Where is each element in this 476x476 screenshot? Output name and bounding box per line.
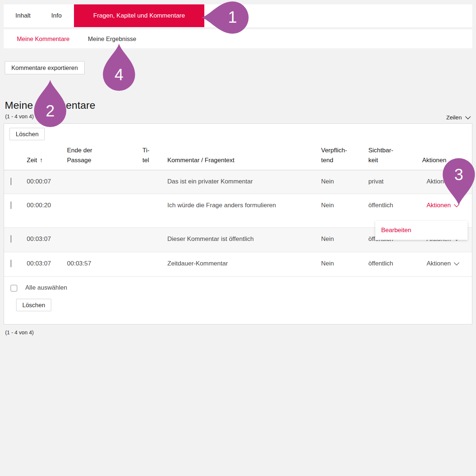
select-all-label: Alle auswählen xyxy=(25,284,67,291)
cell-visibility: öffentlich xyxy=(368,259,422,268)
menu-item-bearbeiten[interactable]: Bearbeiten xyxy=(381,227,411,234)
select-all-checkbox[interactable] xyxy=(11,285,17,291)
row-checkbox[interactable] xyxy=(11,201,11,209)
column-header-verpflichtend[interactable]: Verpflich- tend xyxy=(321,145,368,165)
rows-dropdown[interactable]: Zeilen xyxy=(446,113,471,122)
cell-time: 00:00:20 xyxy=(27,201,67,210)
cell-visibility: privat xyxy=(368,177,422,186)
marker-number-2: 2 xyxy=(46,103,55,119)
marker-number-3: 3 xyxy=(454,167,463,183)
table-header-row: Zeit↑ Ende der Passage Ti- tel Kommentar… xyxy=(4,140,472,170)
cell-time: 00:03:07 xyxy=(27,259,67,268)
cell-comment: Ich würde die Frage anders formulieren xyxy=(167,201,276,210)
column-header-zeit[interactable]: Zeit↑ xyxy=(27,155,67,165)
cell-mandatory: Nein xyxy=(321,259,368,268)
table-footer: Alle auswählen Löschen xyxy=(4,276,472,311)
column-header-titel[interactable]: Ti- tel xyxy=(142,145,167,165)
cell-time: 00:00:07 xyxy=(27,177,67,186)
annotation-marker-1 xyxy=(199,0,250,36)
subtab-meine-kommentare[interactable]: Meine Kommentare xyxy=(17,29,70,48)
actions-menu-panel: Bearbeiten xyxy=(375,221,468,240)
row-checkbox[interactable] xyxy=(11,235,11,243)
row-checkbox[interactable] xyxy=(11,260,11,267)
cell-comment: Dieser Kommentar ist öffentlich xyxy=(167,235,254,244)
cell-mandatory: Nein xyxy=(321,201,368,210)
cell-comment: Zeitdauer-Kommentar xyxy=(167,259,228,268)
actions-dropdown[interactable]: Aktionen xyxy=(422,259,465,268)
column-header-kommentar[interactable]: Kommentar / Fragentext xyxy=(167,155,321,165)
tab-inhalt[interactable]: Inhalt xyxy=(15,4,31,27)
result-count-bottom: (1 - 4 von 4) xyxy=(5,330,34,335)
result-count-top: (1 - 4 von 4) xyxy=(5,114,34,119)
rows-dropdown-label: Zeilen xyxy=(446,114,462,121)
cell-comment: Das ist ein privater Kommentar xyxy=(167,177,253,186)
column-header-sichtbarkeit[interactable]: Sichtbar- keit xyxy=(368,145,422,165)
tab-info[interactable]: Info xyxy=(51,4,62,27)
table-row: 00:03:07 00:03:57 Zeitdauer-Kommentar Ne… xyxy=(4,252,472,276)
marker-number-1: 1 xyxy=(228,9,237,25)
tab-fragen-kapitel-kommentare[interactable]: Fragen, Kapitel und Kommentare xyxy=(74,4,204,27)
cell-end: 00:03:57 xyxy=(67,259,142,268)
column-header-ende-der-passage[interactable]: Ende der Passage xyxy=(67,145,142,165)
chevron-down-icon xyxy=(454,259,460,268)
cell-time: 00:03:07 xyxy=(27,235,67,244)
delete-button-bottom[interactable]: Löschen xyxy=(16,299,51,311)
marker-number-4: 4 xyxy=(115,67,123,83)
chevron-down-icon xyxy=(465,114,471,121)
cell-mandatory: Nein xyxy=(321,177,368,186)
cell-visibility: öffentlich xyxy=(368,201,422,210)
delete-button-top[interactable]: Löschen xyxy=(10,128,45,140)
sort-ascending-icon: ↑ xyxy=(40,157,43,164)
table-row: 00:00:07 Das ist ein privater Kommentar … xyxy=(4,170,472,194)
row-checkbox[interactable] xyxy=(11,178,11,185)
export-comments-button[interactable]: Kommentare exportieren xyxy=(5,61,85,74)
cell-mandatory: Nein xyxy=(321,235,368,244)
